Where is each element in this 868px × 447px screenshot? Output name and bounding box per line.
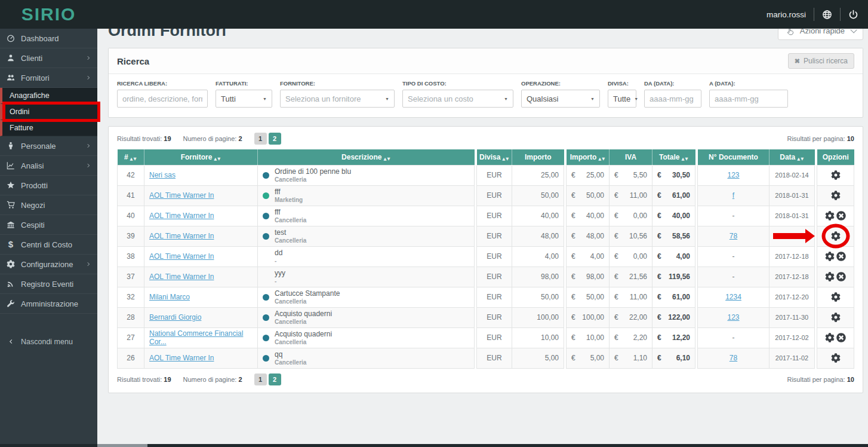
table-row: 40 AOL Time Warner In fff Cancelleria EU… — [118, 206, 854, 226]
supplier-link[interactable]: AOL Time Warner In — [149, 273, 214, 281]
column-header-divisa[interactable]: Divisa▲▼ — [477, 149, 512, 165]
operazione-select[interactable]: Qualsiasi ▼ — [521, 90, 600, 108]
column-header-descrizione[interactable]: Descrizione▲▼ — [258, 149, 475, 165]
sidebar-item-centri-di-costo[interactable]: $ Centri di Costo — [0, 235, 97, 255]
supplier-link[interactable]: AOL Time Warner In — [149, 212, 214, 220]
column-header-totale[interactable]: Totale▲▼ — [652, 149, 695, 165]
sidebar-item-fatture[interactable]: Fatture — [0, 120, 97, 136]
username[interactable]: mario.rossi — [767, 10, 806, 19]
sidebar-item-amministrazione[interactable]: Amministrazione — [0, 294, 97, 314]
options-gear-icon[interactable] — [831, 292, 841, 302]
hide-menu-button[interactable]: Nascondi menu — [0, 332, 97, 351]
order-description: fff — [275, 208, 306, 216]
a-data-input[interactable] — [709, 90, 788, 108]
options-gear-icon[interactable] — [831, 231, 841, 241]
column-header-importo[interactable]: Importo — [512, 149, 564, 165]
vat-amount: 22,00 — [629, 313, 647, 322]
page-1-button[interactable]: 1 — [254, 373, 267, 385]
page-2-button[interactable]: 2 — [269, 133, 281, 145]
options-gear-icon[interactable] — [825, 333, 835, 342]
amount-net: 48,00 — [586, 232, 604, 240]
page-1-button[interactable]: 1 — [254, 133, 267, 145]
document-link[interactable]: 78 — [730, 354, 737, 362]
fornitore-select[interactable]: Seleziona un fornitore ▼ — [280, 90, 395, 108]
supplier-link[interactable]: National Commerce Financial Cor... — [149, 329, 243, 346]
euro-symbol: € — [657, 212, 661, 220]
supplier-link[interactable]: Neri sas — [149, 171, 176, 179]
sidebar-item-analisi[interactable]: Analisi — [0, 156, 97, 176]
sidebar-item-prodotti[interactable]: Prodotti — [0, 176, 97, 195]
options-gear-icon[interactable] — [831, 191, 841, 200]
sidebar-item-cespiti[interactable]: Cespiti — [0, 215, 97, 235]
document-link[interactable]: 123 — [727, 171, 739, 179]
column-header-importo-2[interactable]: Importo▲▼ — [567, 149, 610, 165]
sidebar-item-fornitori[interactable]: Fornitori — [0, 68, 97, 88]
per-page-value: 10 — [847, 376, 854, 383]
options-gear-icon[interactable] — [825, 252, 835, 261]
rss-icon — [6, 280, 16, 288]
options-cell — [817, 287, 854, 307]
options-gear-icon[interactable] — [831, 313, 841, 322]
sidebar-item-anagrafiche[interactable]: Anagrafiche — [0, 88, 97, 104]
page-2-button[interactable]: 2 — [269, 373, 281, 385]
amount-net: 50,00 — [586, 191, 604, 200]
sidebar-item-ordini[interactable]: Ordini — [0, 104, 97, 120]
options-gear-icon[interactable] — [831, 353, 841, 363]
tipo-di-costo-label: TIPO DI COSTO: — [402, 80, 513, 87]
column-header-data[interactable]: Data▲▼ — [769, 149, 815, 165]
sidebar-item-negozi[interactable]: Negozi — [0, 195, 97, 215]
divisa-select[interactable]: Tutte ▼ — [608, 90, 636, 108]
sidebar-item-clienti[interactable]: Clienti — [0, 48, 97, 68]
delete-order-icon[interactable] — [836, 211, 846, 221]
cost-category: Cancelleria — [275, 318, 332, 326]
pages-count-value: 2 — [238, 376, 242, 383]
euro-symbol: € — [571, 232, 575, 240]
column-header-documento[interactable]: N° Documento — [698, 149, 769, 165]
sidebar-item-dashboard[interactable]: Dashboard — [0, 29, 97, 48]
euro-symbol: € — [614, 273, 618, 281]
column-header-iva[interactable]: IVA — [610, 149, 652, 165]
supplier-link[interactable]: AOL Time Warner In — [149, 232, 214, 240]
supplier-link[interactable]: Milani Marco — [149, 293, 190, 301]
total-amount: 119,56 — [669, 273, 690, 281]
power-icon[interactable] — [848, 10, 858, 20]
tipo-di-costo-select[interactable]: Seleziona un costo ▼ — [402, 90, 513, 108]
supplier-link[interactable]: AOL Time Warner In — [149, 252, 214, 261]
sort-icon: ▲▼ — [502, 157, 509, 161]
supplier-link[interactable]: Bernardi Giorgio — [149, 313, 201, 322]
free-search-input[interactable] — [117, 90, 208, 108]
document-link[interactable]: 1234 — [725, 293, 741, 301]
da-data-input[interactable] — [644, 90, 701, 108]
column-header-fornitore[interactable]: Fornitore▲▼ — [144, 149, 258, 165]
cost-category: Cancelleria — [275, 338, 332, 346]
delete-order-icon[interactable] — [836, 272, 846, 281]
supplier-link[interactable]: AOL Time Warner In — [149, 191, 214, 200]
options-gear-icon[interactable] — [825, 211, 835, 221]
document-link: - — [732, 212, 735, 220]
sidebar-item-configurazione[interactable]: Configurazione — [0, 255, 97, 274]
document-link[interactable]: 123 — [727, 313, 739, 322]
document-link[interactable]: 78 — [730, 232, 737, 240]
fatturati-select[interactable]: Tutti ▼ — [216, 90, 272, 108]
clear-search-button[interactable]: ✖ Pulisci ricerca — [788, 53, 854, 69]
clear-icon: ✖ — [795, 57, 800, 65]
annotation-arrow — [773, 233, 805, 239]
options-gear-icon[interactable] — [825, 272, 835, 281]
supplier-link[interactable]: AOL Time Warner In — [149, 354, 214, 362]
sidebar-item-registro-eventi[interactable]: Registro Eventi — [0, 274, 97, 294]
sidebar-item-personale[interactable]: Personale — [0, 136, 97, 156]
euro-symbol: € — [571, 191, 575, 200]
currency-code: EUR — [477, 246, 512, 267]
globe-icon[interactable] — [822, 10, 832, 20]
delete-order-icon[interactable] — [836, 333, 846, 342]
delete-order-icon[interactable] — [836, 252, 846, 261]
document-link[interactable]: f — [732, 191, 734, 200]
order-description: fff — [275, 188, 303, 196]
column-header-id[interactable]: #▲▼ — [118, 149, 144, 165]
total-amount: 30,50 — [672, 171, 690, 179]
orders-panel: Risultati trovati: 19 Numero di pagine: … — [108, 126, 863, 393]
total-amount: 12,20 — [672, 333, 690, 342]
chevron-left-icon — [6, 338, 16, 345]
options-gear-icon[interactable] — [831, 170, 841, 180]
topbar-divider — [814, 8, 814, 21]
